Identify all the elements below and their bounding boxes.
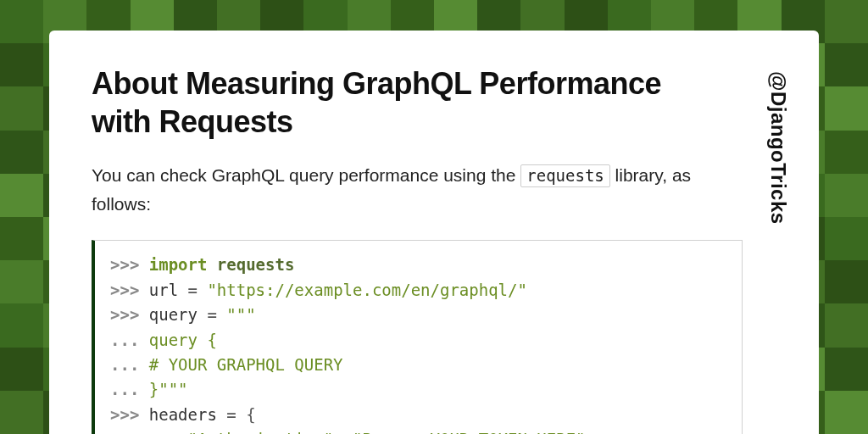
content-card: @DjangoTricks About Measuring GraphQL Pe… [49,31,819,434]
repl-prompt: >>> [110,281,149,299]
string-literal: }""" [149,380,188,398]
repl-prompt: >>> [110,255,149,274]
var-headers: headers [149,405,227,424]
string-literal: """ [226,305,255,324]
repl-prompt: >>> [110,305,149,324]
dict-value: "Bearer YOUR_TOKEN_HERE" [353,430,586,434]
python-code-block: >>> import requests >>> url = "https://e… [92,240,743,434]
inline-code-requests: requests [520,164,610,187]
repl-continuation: ... [110,355,149,374]
repl-continuation: ... [110,331,149,349]
page-title: About Measuring GraphQL Performance with… [92,64,702,141]
string-literal: "https://example.com/en/graphql/" [207,281,527,299]
dict-key: "Authorization" [188,430,334,434]
module-name: requests [217,255,295,274]
author-handle: @DjangoTricks [766,71,790,225]
string-literal: query { [149,331,217,349]
repl-prompt: >>> [110,405,149,424]
var-query: query [149,305,208,324]
var-url: url [149,281,188,299]
keyword-import: import [149,255,208,274]
repl-continuation: ... [110,430,188,434]
intro-paragraph: You can check GraphQL query performance … [92,161,736,218]
repl-continuation: ... [110,380,149,398]
intro-text-pre: You can check GraphQL query performance … [92,165,520,185]
string-literal: # YOUR GRAPHQL QUERY [149,355,343,374]
